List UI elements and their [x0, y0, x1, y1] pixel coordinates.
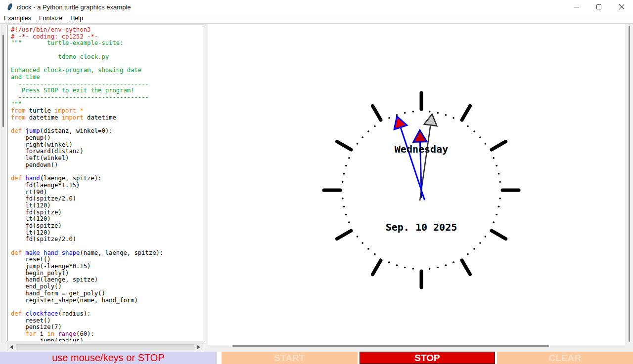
- code-line: jump(-laenge*0.15): [11, 263, 163, 270]
- code-line: for i in range(60):: [11, 331, 163, 338]
- scroll-left-arrow-icon[interactable]: [10, 345, 13, 349]
- minute-dot: [499, 181, 501, 183]
- menu-fontsize[interactable]: Fontsize: [35, 14, 66, 24]
- code-horizontal-scrollbar[interactable]: [7, 343, 203, 351]
- minute-dot: [445, 114, 447, 116]
- hour-tick: [492, 142, 506, 150]
- hour-tick: [492, 231, 506, 239]
- hour-hand-arrow: [413, 130, 427, 142]
- code-line: def clockface(radius):: [11, 311, 163, 318]
- code-line: and time: [11, 74, 163, 81]
- canvas-horizontal-scrollbar[interactable]: [232, 345, 549, 347]
- minute-dot: [467, 253, 469, 255]
- code-line: [11, 243, 163, 250]
- code-line: Press STOP to exit the program!: [11, 87, 163, 94]
- window-controls: [565, 0, 633, 14]
- code-line: ------------------------------------: [11, 81, 163, 88]
- workspace: #!/usr/bin/env python3# -*- coding: cp12…: [0, 24, 633, 352]
- clock-drawing: WednesdaySep. 10 2025: [208, 24, 625, 345]
- window-title: clock - a Python turtle graphics example: [17, 3, 131, 11]
- minute-dot: [357, 143, 359, 145]
- minute-dot: [473, 130, 475, 132]
- second-hand-arrow: [424, 114, 437, 126]
- code-editor[interactable]: #!/usr/bin/env python3# -*- coding: cp12…: [7, 25, 203, 341]
- day-label: Wednesday: [395, 143, 448, 155]
- minute-dot: [388, 117, 390, 119]
- menu-help[interactable]: Help: [66, 14, 87, 24]
- minute-dot: [479, 136, 481, 138]
- code-line: forward(distanz): [11, 148, 163, 155]
- bottombar: use mouse/keys or STOP START STOP CLEAR: [0, 352, 633, 364]
- code-line: penup(): [11, 135, 163, 142]
- minute-dot: [498, 205, 500, 207]
- hour-tick: [337, 142, 351, 150]
- minute-dot: [357, 236, 359, 238]
- canvas-vertical-scrollbar[interactable]: [629, 26, 630, 342]
- menu-examples[interactable]: Examples: [0, 14, 35, 24]
- minute-dot: [437, 112, 439, 114]
- code-line: lt(120): [11, 230, 163, 237]
- hour-tick: [373, 106, 381, 120]
- close-button[interactable]: [610, 0, 633, 14]
- minute-dot: [429, 268, 431, 270]
- hour-tick: [462, 260, 470, 275]
- code-line: # -*- coding: cp1252 -*-: [11, 34, 163, 40]
- code-line: left(winkel): [11, 155, 163, 162]
- turtle-icon: [5, 2, 14, 11]
- stop-button[interactable]: STOP: [360, 352, 495, 364]
- minimize-button[interactable]: [565, 0, 588, 14]
- hour-tick: [337, 231, 351, 239]
- scroll-right-arrow-icon[interactable]: [197, 345, 200, 349]
- code-line: jump(radius): [11, 338, 163, 341]
- minute-dot: [493, 221, 495, 223]
- code-line: def hand(laenge, spitze):: [11, 175, 163, 182]
- minute-dot: [498, 173, 500, 175]
- code-line: hand_form = get_poly(): [11, 290, 163, 297]
- code-vertical-scrollbar-thumb[interactable]: [2, 35, 4, 127]
- minimize-icon: [574, 7, 579, 7]
- minute-dot: [362, 242, 363, 244]
- code-horizontal-scrollbar-thumb[interactable]: [16, 344, 194, 350]
- minute-dot: [367, 130, 369, 132]
- titlebar: clock - a Python turtle graphics example: [0, 0, 633, 14]
- menubar: Examples Fontsize Help: [0, 14, 633, 24]
- minute-dot: [343, 205, 345, 207]
- code-line: def jump(distanz, winkel=0):: [11, 128, 163, 135]
- code-vertical-scrollbar[interactable]: [1, 25, 5, 343]
- minute-dot: [345, 214, 347, 216]
- code-line: fd(laenge*1.15): [11, 182, 163, 189]
- minute-dot: [404, 112, 406, 114]
- minute-dot: [348, 157, 350, 159]
- code-line: lt(120): [11, 202, 163, 209]
- code-line: Enhanced clock-program, showing date: [11, 67, 163, 74]
- turtledemo-window: clock - a Python turtle graphics example…: [0, 0, 633, 364]
- code-line: """: [11, 101, 163, 108]
- code-line: [11, 168, 163, 175]
- minute-dot: [467, 125, 469, 127]
- code-line: tdemo_clock.py: [11, 54, 163, 61]
- code-line: hand(laenge, spitze): [11, 277, 163, 283]
- minute-dot: [343, 173, 345, 175]
- minute-dot: [473, 248, 475, 250]
- minute-dot: [345, 165, 347, 167]
- code-line: pendown(): [11, 162, 163, 169]
- code-line: """ turtle-example-suite:: [11, 40, 163, 47]
- minute-dot: [496, 214, 497, 216]
- minute-dot: [485, 143, 487, 145]
- minute-dot: [396, 264, 398, 266]
- minute-dot: [485, 236, 487, 238]
- start-button[interactable]: START: [222, 352, 358, 364]
- minute-hand-arrow: [394, 117, 407, 129]
- minute-dot: [445, 264, 447, 266]
- turtle-canvas[interactable]: WednesdaySep. 10 2025: [208, 24, 625, 345]
- code-line: fd(spitze): [11, 223, 163, 230]
- code-line: from datetime import datetime: [11, 115, 163, 121]
- code-line: end_poly(): [11, 283, 163, 290]
- code-line: [11, 60, 163, 67]
- code-line: right(winkel): [11, 142, 163, 149]
- code-line: from turtle import *: [11, 108, 163, 115]
- code-line: reset(): [11, 256, 163, 263]
- clear-button[interactable]: CLEAR: [497, 352, 633, 364]
- maximize-button[interactable]: [588, 0, 610, 14]
- code-line: #!/usr/bin/env python3: [11, 27, 163, 34]
